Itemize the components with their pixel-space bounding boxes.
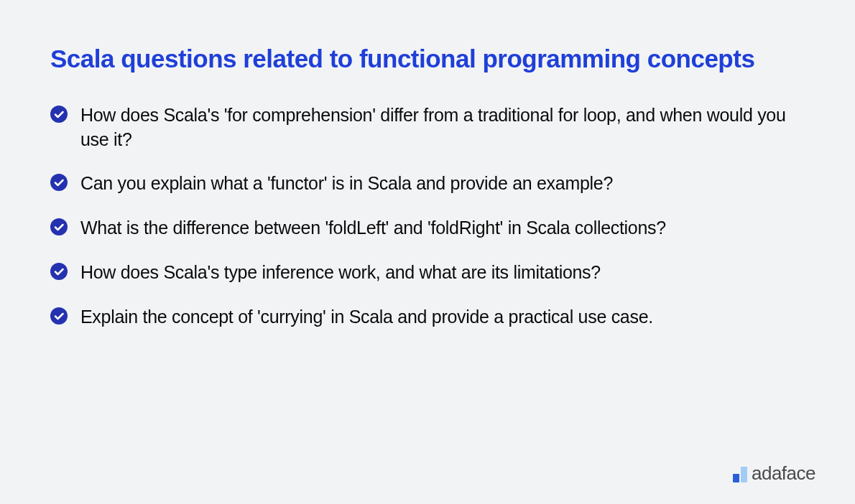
svg-point-1 <box>50 174 68 191</box>
check-circle-icon <box>50 307 68 325</box>
check-circle-icon <box>50 263 68 280</box>
logo-text: adaface <box>752 464 815 482</box>
check-circle-icon <box>50 106 68 123</box>
question-text: How does Scala's type inference work, an… <box>80 261 601 285</box>
question-text: Explain the concept of 'currying' in Sca… <box>80 305 653 330</box>
questions-list: How does Scala's 'for comprehension' dif… <box>50 103 805 330</box>
question-text: Can you explain what a 'functor' is in S… <box>80 172 613 196</box>
list-item: How does Scala's type inference work, an… <box>50 261 805 285</box>
logo-bars-icon <box>733 467 747 482</box>
check-circle-icon <box>50 218 68 235</box>
question-text: What is the difference between 'foldLeft… <box>80 216 666 241</box>
svg-point-0 <box>50 106 68 123</box>
list-item: Can you explain what a 'functor' is in S… <box>50 172 805 196</box>
list-item: How does Scala's 'for comprehension' dif… <box>50 103 805 152</box>
svg-point-3 <box>50 263 68 280</box>
adaface-logo: adaface <box>733 464 815 482</box>
page-title: Scala questions related to functional pr… <box>50 43 805 75</box>
svg-point-4 <box>50 307 68 325</box>
svg-point-2 <box>50 218 68 235</box>
list-item: Explain the concept of 'currying' in Sca… <box>50 305 805 330</box>
list-item: What is the difference between 'foldLeft… <box>50 216 805 241</box>
check-circle-icon <box>50 174 68 191</box>
question-text: How does Scala's 'for comprehension' dif… <box>80 103 805 152</box>
